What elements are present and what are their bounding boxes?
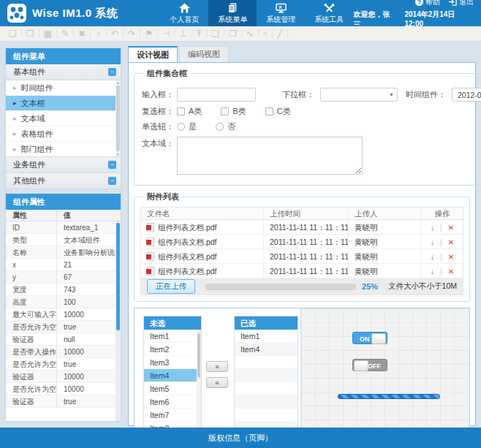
save-icon[interactable]: ▦ <box>39 29 57 38</box>
sidebar-item[interactable]: ▸文本框 <box>6 96 121 111</box>
properties-scrollbar[interactable] <box>115 221 121 421</box>
list-item[interactable] <box>235 382 298 395</box>
selected-list: 已选 Item1Item4 <box>234 316 298 437</box>
property-value: 10000 <box>57 371 121 382</box>
property-row[interactable]: y67 <box>6 271 121 284</box>
list-item[interactable]: Item6 <box>144 395 201 409</box>
text-format-icon[interactable]: Ŧ <box>192 29 207 38</box>
toggle-off[interactable]: OFF <box>352 359 387 371</box>
tab-design-view[interactable]: 设计视图 <box>128 46 178 62</box>
delete-icon[interactable]: ✕ <box>448 224 454 232</box>
pencil-icon[interactable]: ╱ <box>273 29 287 38</box>
doc-export-icon[interactable]: ❑ <box>207 29 224 38</box>
sidebar-item[interactable]: ▸时间组件 <box>6 80 121 96</box>
accordion-basic-components[interactable]: 基本组件 − <box>6 64 121 80</box>
collapse-icon[interactable]: − <box>108 68 116 76</box>
property-row[interactable]: 宽度743 <box>6 284 121 296</box>
list-item[interactable]: Item7 <box>144 409 201 422</box>
publish-icon[interactable]: ♁ <box>91 29 107 38</box>
radio-option[interactable]: 否 <box>216 121 235 132</box>
dropdown[interactable]: ▼ <box>320 88 398 102</box>
checkbox[interactable] <box>177 107 185 115</box>
unselected-scrollbar[interactable] <box>197 330 201 436</box>
checkbox[interactable] <box>221 107 229 115</box>
checkbox-option[interactable]: C类 <box>265 106 291 117</box>
property-row[interactable]: 名称业务影响分析说明 <box>6 246 121 259</box>
list-item[interactable]: Item2 <box>144 343 201 356</box>
align-bottom-icon[interactable]: ⊥ <box>175 29 192 38</box>
list-item[interactable]: Item3 <box>144 356 201 369</box>
list-item[interactable]: Item4 <box>144 369 201 382</box>
radio[interactable] <box>177 123 185 131</box>
checkbox-option[interactable]: B类 <box>221 106 246 117</box>
undo-icon[interactable]: ↶ <box>107 29 124 38</box>
radio[interactable] <box>216 123 224 131</box>
checkbox[interactable] <box>265 107 273 115</box>
logout-button[interactable]: 退出 <box>449 0 474 7</box>
property-row[interactable]: x21 <box>6 259 121 271</box>
nav-item-system-tools[interactable]: 系统工具 <box>305 0 353 26</box>
expand-icon[interactable]: − <box>108 177 116 185</box>
list-item[interactable] <box>235 395 298 409</box>
list-item[interactable]: Item4 <box>235 343 298 356</box>
property-row[interactable]: 是否带入操作原因10000 <box>6 346 121 358</box>
checkbox-option[interactable]: A类 <box>177 106 202 117</box>
list-item[interactable]: Item1 <box>144 330 201 343</box>
move-left-button[interactable]: « <box>206 377 228 388</box>
download-icon[interactable]: ↓ <box>431 238 434 246</box>
property-row[interactable]: 是否允许为空true <box>6 321 121 333</box>
text-input[interactable] <box>177 88 256 102</box>
download-icon[interactable]: ↓ <box>431 267 434 276</box>
move-right-button[interactable]: » <box>206 361 228 372</box>
uploading-button[interactable]: 正在上传 <box>147 279 195 294</box>
edit-icon[interactable]: ✎ <box>57 29 74 38</box>
curve-chart-icon[interactable]: ≈ <box>259 29 273 38</box>
radio-option[interactable]: 是 <box>177 121 197 132</box>
list-item[interactable] <box>235 369 298 382</box>
list-item[interactable]: Item5 <box>144 382 201 395</box>
list-item[interactable] <box>235 409 298 422</box>
textarea-field[interactable] <box>177 137 363 175</box>
property-row[interactable]: 验证器null <box>6 333 121 346</box>
upload-time-cell: 2011-11-11 11：11：11 <box>264 249 349 263</box>
download-icon[interactable]: ↓ <box>431 223 434 232</box>
property-row[interactable]: IDtextarea_1 <box>6 221 121 234</box>
delete-icon[interactable]: ✕ <box>448 253 454 261</box>
doc-import-icon[interactable]: ❒ <box>224 29 242 38</box>
align-left-icon[interactable]: ⊣ <box>158 29 175 38</box>
property-row[interactable]: 是否允许为空10000 <box>6 383 121 395</box>
property-row[interactable]: 是否允许为空true <box>6 358 121 371</box>
redo-icon[interactable]: ↷ <box>124 29 140 38</box>
download-icon[interactable]: ↓ <box>431 252 434 261</box>
sidebar-item[interactable]: ▸部门组件 <box>6 142 121 157</box>
sidebar-item[interactable]: ▸表格组件 <box>6 126 121 142</box>
toggle-on[interactable]: ON <box>352 332 387 344</box>
property-row[interactable]: 验证器10000 <box>6 371 121 383</box>
tab-code-view[interactable]: 编码视图 <box>179 46 229 62</box>
new-file-icon[interactable]: ❏ <box>4 29 22 38</box>
nav-item-system-admin[interactable]: 系统管理 <box>257 0 305 26</box>
property-value: 743 <box>57 284 121 295</box>
property-row[interactable]: 类型文本域组件 <box>6 234 121 246</box>
nav-item-home[interactable]: 个人首页 <box>160 0 208 26</box>
delete-icon[interactable]: ✕ <box>448 267 454 276</box>
widgets-section: 未选 Item1Item2Item3Item4Item5Item6Item7It… <box>134 308 470 445</box>
accordion-other-components[interactable]: 其他组件 − <box>6 173 121 189</box>
accordion-business-components[interactable]: 业务组件 − <box>6 157 121 173</box>
delete-icon[interactable]: ✕ <box>448 238 454 246</box>
open-folder-icon[interactable]: ❐ <box>22 29 39 38</box>
component-list-scrollbar[interactable]: ▲ ▼ <box>115 80 121 156</box>
property-row[interactable]: 验证器true <box>6 395 121 408</box>
property-row[interactable]: 最大可输入字符数10000 <box>6 308 121 321</box>
date-input[interactable]: 2012-07-01 <box>452 88 481 102</box>
list-item[interactable]: Item1 <box>235 330 298 343</box>
line-chart-icon[interactable]: ∿ <box>242 29 259 38</box>
nav-item-system-menu[interactable]: 系统菜单 <box>208 0 257 26</box>
flag-icon[interactable]: ⚑ <box>140 29 158 38</box>
delete-icon[interactable]: ✖ <box>74 29 91 38</box>
sidebar-item[interactable]: ▸文本域 <box>6 111 121 126</box>
help-button[interactable]: ? 帮助 <box>415 0 440 7</box>
list-item[interactable] <box>235 356 298 369</box>
property-row[interactable]: 高度100 <box>6 296 121 308</box>
expand-icon[interactable]: − <box>108 161 116 169</box>
